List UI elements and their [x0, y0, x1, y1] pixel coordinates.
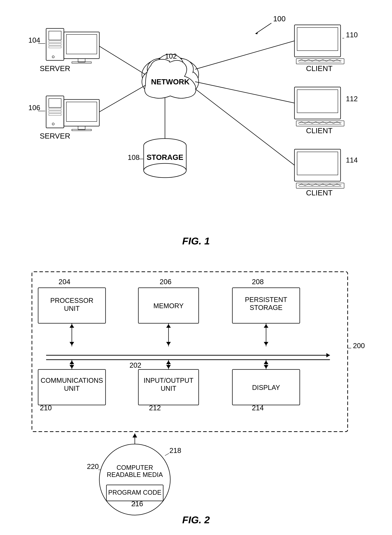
svg-rect-20	[66, 102, 97, 121]
persistent-label-line2: STORAGE	[250, 304, 282, 311]
persistent-label-line1: PERSISTENT	[245, 296, 287, 303]
svg-marker-92	[264, 361, 268, 364]
svg-marker-88	[166, 361, 171, 364]
svg-rect-8	[64, 32, 99, 59]
server1-label: SERVER	[40, 64, 70, 73]
ref-106: 106	[28, 104, 40, 112]
svg-marker-84	[70, 361, 74, 364]
svg-rect-47	[297, 90, 338, 113]
svg-rect-4	[49, 41, 61, 43]
comm-label-line2: UNIT	[64, 385, 80, 392]
main-container: 100 104 SERVER	[0, 0, 392, 535]
svg-marker-85	[70, 365, 74, 368]
svg-rect-14	[49, 99, 61, 107]
ref-100-label: 100	[273, 14, 285, 23]
svg-marker-76	[166, 342, 171, 345]
ref-218: 218	[169, 447, 181, 454]
fig1-svg: 100 104 SERVER	[11, 11, 383, 242]
io-label-line1: INPUT/OUTPUT	[144, 377, 194, 384]
svg-rect-15	[49, 108, 61, 110]
network-cloud: NETWORK 102	[142, 52, 199, 98]
svg-line-97	[165, 453, 169, 456]
comm-label-line1: COMMUNICATIONS	[41, 377, 103, 384]
svg-marker-65	[326, 353, 330, 357]
processor-label-line1: PROCESSOR	[50, 297, 93, 304]
svg-rect-6	[49, 46, 61, 48]
svg-line-61	[195, 89, 294, 165]
client2-label: CLIENT	[306, 126, 332, 135]
svg-rect-40	[294, 25, 341, 57]
svg-point-18	[52, 123, 54, 125]
ref-220: 220	[87, 463, 99, 470]
svg-marker-80	[264, 324, 268, 328]
svg-rect-16	[49, 111, 61, 113]
ref-114: 114	[346, 156, 358, 164]
svg-rect-5	[49, 43, 61, 45]
ref-202: 202	[130, 361, 141, 369]
display-label: DISPLAY	[252, 384, 280, 391]
network-label: NETWORK	[151, 78, 190, 86]
ref-212: 212	[149, 404, 161, 412]
svg-rect-46	[294, 87, 341, 119]
ref-104: 104	[28, 36, 40, 44]
svg-line-56	[99, 46, 145, 75]
client1: 110 CLIENT	[294, 25, 358, 73]
svg-marker-71	[70, 342, 74, 345]
ref-200: 200	[353, 342, 365, 349]
svg-rect-19	[64, 100, 99, 126]
svg-marker-93	[264, 365, 268, 368]
client2: 112 CLIENT	[294, 87, 358, 135]
crm-label-line1: COMPUTER	[117, 464, 153, 471]
client3: 114 CLIENT	[294, 149, 358, 197]
svg-marker-75	[166, 324, 171, 328]
client3-label: CLIENT	[306, 189, 332, 197]
svg-rect-41	[297, 28, 338, 51]
fig2-section: 200 202 PROCESSOR UNIT 204	[11, 261, 381, 535]
ref-214: 214	[252, 404, 264, 412]
svg-rect-51	[294, 149, 341, 181]
svg-line-60	[195, 82, 294, 103]
ref-208: 208	[252, 278, 264, 286]
fig1-section: 100 104 SERVER	[11, 11, 381, 250]
svg-marker-95	[132, 433, 137, 438]
svg-rect-3	[49, 31, 61, 40]
fig2-svg: 200 202 PROCESSOR UNIT 204	[11, 261, 383, 528]
ref-216: 216	[131, 500, 143, 508]
storage-cylinder: 108 STORAGE	[128, 139, 186, 178]
ref-204: 204	[59, 278, 70, 286]
processor-label-line2: UNIT	[64, 305, 80, 312]
svg-marker-81	[264, 342, 268, 345]
ref-102: 102	[165, 52, 177, 60]
io-label-line2: UNIT	[161, 385, 177, 392]
memory-label: MEMORY	[154, 302, 184, 310]
client1-label: CLIENT	[306, 64, 332, 73]
ref-108: 108	[128, 153, 140, 161]
svg-point-7	[52, 56, 54, 58]
svg-rect-52	[297, 152, 338, 175]
ref-110: 110	[346, 31, 358, 39]
svg-line-57	[99, 85, 145, 112]
svg-line-59	[195, 41, 294, 69]
ref-206: 206	[160, 278, 172, 286]
storage-label: STORAGE	[147, 153, 183, 162]
ref-210: 210	[40, 404, 52, 412]
ref-112: 112	[346, 95, 358, 103]
svg-marker-89	[166, 365, 171, 368]
svg-marker-1	[255, 32, 258, 34]
server2-label: SERVER	[40, 132, 70, 140]
svg-marker-70	[70, 324, 74, 328]
program-code-label: PROGRAM CODE	[108, 489, 161, 496]
crm-label-line2: READABLE MEDIA	[107, 471, 163, 478]
svg-rect-17	[49, 114, 61, 115]
svg-rect-9	[66, 34, 97, 54]
